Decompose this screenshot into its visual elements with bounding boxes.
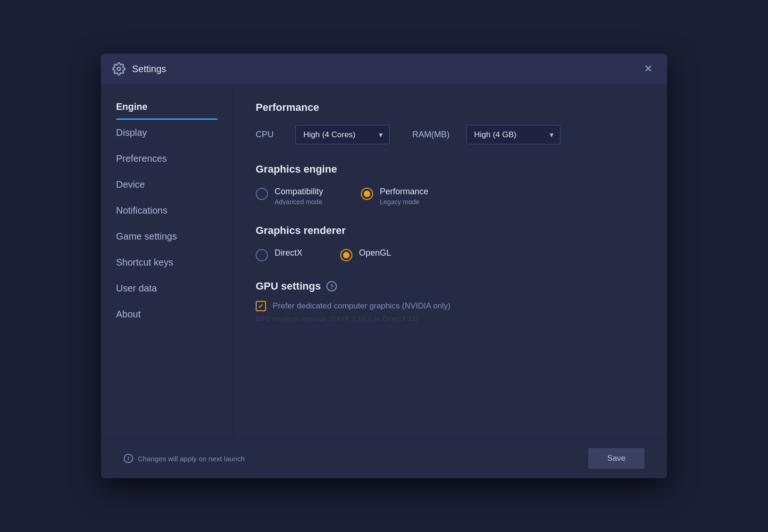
- perf-row: CPU High (4 Cores) Medium (2 Cores) Low …: [256, 125, 644, 144]
- graphics-engine-section: Graphics engine Compatibility Advanced m…: [256, 163, 644, 206]
- gear-icon: [112, 62, 125, 75]
- graphics-renderer-directx[interactable]: DirectX: [256, 248, 302, 261]
- titlebar: Settings ✕: [101, 54, 667, 84]
- close-button[interactable]: ✕: [641, 61, 656, 76]
- graphics-renderer-opengl[interactable]: OpenGL: [340, 248, 391, 261]
- footer-notice-text: Changes will apply on next launch: [138, 455, 245, 463]
- sidebar-item-user-data[interactable]: User data: [101, 275, 233, 301]
- graphics-engine-performance-radio[interactable]: [361, 188, 373, 200]
- dialog-body: EngineDisplayPreferencesDeviceNotificati…: [101, 84, 667, 438]
- ram-select[interactable]: High (4 GB) Medium (2 GB) Low (1 GB): [466, 125, 560, 144]
- graphics-engine-compatibility-sublabel: Advanced mode: [275, 198, 323, 206]
- gpu-settings-header: GPU settings ?: [256, 280, 644, 292]
- sidebar-item-device[interactable]: Device: [101, 172, 233, 198]
- dialog-title: Settings: [132, 64, 166, 75]
- ram-label: RAM(MB): [412, 130, 455, 140]
- graphics-engine-title: Graphics engine: [256, 163, 644, 175]
- dialog-footer: i Changes will apply on next launch Save: [101, 438, 667, 478]
- gpu-settings-title: GPU settings: [256, 280, 321, 292]
- sidebar-item-game-settings[interactable]: Game settings: [101, 224, 233, 249]
- sidebar-item-shortcut-keys[interactable]: Shortcut keys: [101, 249, 233, 275]
- graphics-engine-compatibility-text: Compatibility Advanced mode: [275, 187, 323, 206]
- svg-point-0: [117, 67, 121, 71]
- graphics-renderer-title: Graphics renderer: [256, 224, 644, 237]
- sidebar-item-notifications[interactable]: Notifications: [101, 198, 233, 224]
- cpu-select[interactable]: High (4 Cores) Medium (2 Cores) Low (1 C…: [295, 125, 390, 144]
- graphics-engine-performance-text: Performance Legacy mode: [380, 187, 428, 206]
- ram-select-wrapper: High (4 GB) Medium (2 GB) Low (1 GB) ▼: [466, 125, 560, 144]
- gpu-settings-section: GPU settings ? ✓ Prefer dedicated comput…: [256, 280, 644, 322]
- performance-title: Performance: [256, 101, 644, 114]
- graphics-engine-performance-sublabel: Legacy mode: [380, 198, 428, 206]
- graphics-renderer-radio-group: DirectX OpenGL: [256, 248, 644, 261]
- sidebar-item-engine[interactable]: Engine: [101, 94, 233, 120]
- cpu-select-wrapper: High (4 Cores) Medium (2 Cores) Low (1 C…: [295, 125, 390, 144]
- sidebar-item-preferences[interactable]: Preferences: [101, 146, 233, 172]
- graphics-engine-compatibility-radio[interactable]: [256, 188, 268, 200]
- graphics-renderer-directx-radio[interactable]: [256, 249, 268, 261]
- footer-notice: i Changes will apply on next launch: [124, 454, 245, 463]
- settings-dialog: Settings ✕ EngineDisplayPreferencesDevic…: [101, 54, 667, 478]
- graphics-engine-compatibility-label: Compatibility: [275, 187, 323, 197]
- graphics-renderer-directx-label: DirectX: [275, 248, 302, 258]
- sidebar-item-display[interactable]: Display: [101, 120, 233, 146]
- gpu-checkbox-row[interactable]: ✓ Prefer dedicated computer graphics (NV…: [256, 301, 644, 311]
- gpu-checkbox-label: Prefer dedicated computer graphics (NVID…: [273, 301, 451, 311]
- main-content: Performance CPU High (4 Cores) Medium (2…: [233, 84, 667, 438]
- info-icon: i: [124, 454, 133, 463]
- graphics-renderer-opengl-text: OpenGL: [359, 248, 391, 258]
- graphics-renderer-opengl-label: OpenGL: [359, 248, 391, 258]
- graphics-engine-compatibility[interactable]: Compatibility Advanced mode: [256, 187, 323, 206]
- overlay: Settings ✕ EngineDisplayPreferencesDevic…: [101, 54, 667, 478]
- sidebar-item-about[interactable]: About: [101, 301, 233, 327]
- graphics-renderer-directx-text: DirectX: [275, 248, 302, 258]
- sidebar: EngineDisplayPreferencesDeviceNotificati…: [101, 84, 233, 438]
- gpu-checkbox[interactable]: ✓: [256, 301, 266, 311]
- graphics-engine-performance-label: Performance: [380, 187, 428, 197]
- cpu-label: CPU: [256, 130, 284, 140]
- graphics-renderer-opengl-radio[interactable]: [340, 249, 352, 261]
- performance-section: Performance CPU High (4 Cores) Medium (2…: [256, 101, 644, 144]
- save-button[interactable]: Save: [588, 448, 644, 469]
- gpu-help-icon[interactable]: ?: [326, 281, 337, 291]
- graphics-engine-performance[interactable]: Performance Legacy mode: [361, 187, 428, 206]
- graphics-engine-radio-group: Compatibility Advanced mode Performance …: [256, 187, 644, 206]
- checkmark-icon: ✓: [258, 302, 264, 310]
- graphics-renderer-section: Graphics renderer DirectX OpenGL: [256, 224, 644, 261]
- gpu-blurred-text: GPU renderer settings (DXVK 1.10.1 or Di…: [256, 315, 644, 322]
